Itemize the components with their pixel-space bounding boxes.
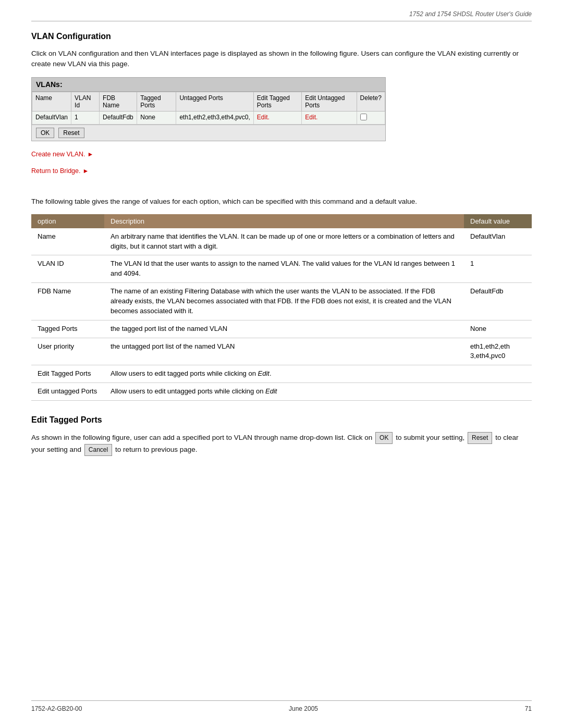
ok-reset-row: OK Reset <box>32 125 385 141</box>
cell-fdb-name: DefaultFdb <box>100 111 137 124</box>
footer-center: June 2005 <box>289 705 318 712</box>
options-col-desc-header: Description <box>104 214 464 228</box>
vlan-config-intro: Click on VLAN configuration and then VLA… <box>31 48 532 70</box>
cell-untagged-ports: eth1,eth2,eth3,eth4,pvc0, <box>176 111 253 124</box>
col-header-delete: Delete? <box>357 92 385 111</box>
cell-tagged-ports: None <box>137 111 176 124</box>
edit-tagged-ports-title: Edit Tagged Ports <box>31 415 532 425</box>
option-cell: VLAN ID <box>31 255 104 283</box>
vlans-box: VLANs: Name VLAN Id FDB Name Tagged Port… <box>31 77 386 141</box>
table-row: NameAn arbitrary name that identifies th… <box>31 228 532 255</box>
edit-tagged-ports-intro: As shown in the following figure, user c… <box>31 432 532 456</box>
edit-tagged-ports-section: Edit Tagged Ports As shown in the follow… <box>31 415 532 456</box>
return-bridge-link[interactable]: Return to Bridge. ► <box>31 167 89 175</box>
default-cell <box>464 365 532 383</box>
intro-text-2: to submit your setting, <box>394 434 467 441</box>
default-cell: DefaultFdb <box>464 283 532 320</box>
vlan-config-title: VLAN Configuration <box>31 32 532 41</box>
create-vlan-arrow-icon: ► <box>88 151 94 158</box>
cancel-inline-btn[interactable]: Cancel <box>84 444 112 456</box>
options-table-section: The following table gives the range of v… <box>31 196 532 401</box>
table-row: DefaultVlan 1 DefaultFdb None eth1,eth2,… <box>32 111 385 124</box>
default-cell <box>464 383 532 401</box>
cell-delete[interactable] <box>357 111 385 124</box>
footer-right: 71 <box>525 705 532 712</box>
table-row: VLAN IDThe VLAN Id that the user wants t… <box>31 255 532 283</box>
intro-text-1: As shown in the following figure, user c… <box>31 434 374 441</box>
footer-left: 1752-A2-GB20-00 <box>31 705 82 712</box>
intro-text-4: to return to previous page. <box>113 446 197 453</box>
edit-untagged-link[interactable]: Edit. <box>305 114 317 121</box>
vlan-config-section: VLAN Configuration Click on VLAN configu… <box>31 32 532 185</box>
col-header-edit-untagged: Edit Untagged Ports <box>302 92 357 111</box>
return-bridge-arrow-icon: ► <box>83 167 89 175</box>
reset-inline-btn[interactable]: Reset <box>468 432 492 444</box>
ok-inline-btn[interactable]: OK <box>375 432 393 444</box>
col-header-tagged-ports: Tagged Ports <box>137 92 176 111</box>
col-header-untagged-ports: Untagged Ports <box>176 92 253 111</box>
edit-tagged-link[interactable]: Edit. <box>257 114 270 121</box>
option-cell: Name <box>31 228 104 255</box>
option-cell: Edit Tagged Ports <box>31 365 104 383</box>
vlans-table: Name VLAN Id FDB Name Tagged Ports Untag… <box>32 92 385 125</box>
default-cell: None <box>464 320 532 338</box>
page-header: 1752 and 1754 SHDSL Router User's Guide <box>31 10 532 21</box>
options-col-option-header: option <box>31 214 104 228</box>
cell-name: DefaultVlan <box>32 111 71 124</box>
cell-edit-untagged[interactable]: Edit. <box>302 111 357 124</box>
description-cell: the tagged port list of the named VLAN <box>104 320 464 338</box>
create-vlan-link[interactable]: Create new VLAN. ► <box>31 151 93 158</box>
default-cell: eth1,eth2,eth3,eth4,pvc0 <box>464 338 532 365</box>
options-table: option Description Default value NameAn … <box>31 214 532 401</box>
default-cell: DefaultVlan <box>464 228 532 255</box>
table-row: FDB NameThe name of an existing Filterin… <box>31 283 532 320</box>
cell-edit-tagged[interactable]: Edit. <box>253 111 301 124</box>
col-header-edit-tagged: Edit Tagged Ports <box>253 92 301 111</box>
description-cell: The name of an existing Filtering Databa… <box>104 283 464 320</box>
default-cell: 1 <box>464 255 532 283</box>
option-cell: User priority <box>31 338 104 365</box>
options-col-default-header: Default value <box>464 214 532 228</box>
option-cell: Edit untagged Ports <box>31 383 104 401</box>
cell-vlan-id: 1 <box>71 111 100 124</box>
page-footer: 1752-A2-GB20-00 June 2005 71 <box>31 700 532 712</box>
option-cell: Tagged Ports <box>31 320 104 338</box>
description-cell: the untagged port list of the named VLAN <box>104 338 464 365</box>
table-row: User prioritythe untagged port list of t… <box>31 338 532 365</box>
col-header-name: Name <box>32 92 71 111</box>
reset-button[interactable]: Reset <box>58 128 84 138</box>
table-row: Tagged Portsthe tagged port list of the … <box>31 320 532 338</box>
description-cell: Allow users to edit untagged ports while… <box>104 383 464 401</box>
delete-checkbox[interactable] <box>360 114 367 120</box>
col-header-vlan-id: VLAN Id <box>71 92 100 111</box>
create-vlan-label: Create new VLAN. <box>31 151 85 158</box>
ok-button[interactable]: OK <box>36 128 54 138</box>
col-header-fdb-name: FDB Name <box>100 92 137 111</box>
description-cell: Allow users to edit tagged ports while c… <box>104 365 464 383</box>
table-row: Edit Tagged PortsAllow users to edit tag… <box>31 365 532 383</box>
table-row: Edit untagged PortsAllow users to edit u… <box>31 383 532 401</box>
vlans-box-title: VLANs: <box>32 78 385 92</box>
description-cell: The VLAN Id that the user wants to assig… <box>104 255 464 283</box>
description-cell: An arbitrary name that identifies the VL… <box>104 228 464 255</box>
return-bridge-label: Return to Bridge. <box>31 167 81 175</box>
options-intro-text: The following table gives the range of v… <box>31 196 532 207</box>
option-cell: FDB Name <box>31 283 104 320</box>
